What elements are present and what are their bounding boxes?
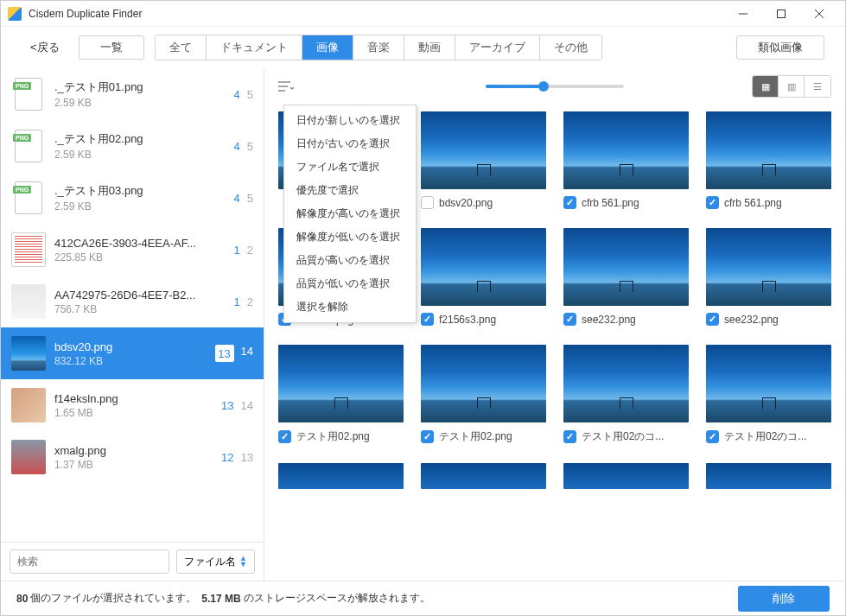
thumbnail-item[interactable]: f2156s3.png [421, 228, 546, 326]
select-menu-button[interactable] [278, 80, 294, 92]
total-count: 13 [241, 451, 253, 464]
file-size: 1.37 MB [54, 459, 213, 471]
menu-item[interactable]: 選択を解除 [284, 295, 416, 319]
thumbnail-item[interactable]: see232.png [706, 228, 831, 326]
thumbnail-item[interactable]: テスト用02のコ... [706, 345, 831, 444]
thumbnail-item[interactable]: テスト用02.png [278, 345, 404, 444]
thumbnail-image [421, 111, 546, 189]
thumbnail-item[interactable]: テスト用02のコ... [563, 345, 689, 444]
tab-2[interactable]: 画像 [302, 35, 353, 60]
file-size: 2.59 KB [54, 200, 226, 213]
selected-count: 4 [234, 88, 240, 101]
back-button[interactable]: <戻る [22, 35, 68, 60]
thumbnail-checkbox[interactable] [706, 196, 719, 209]
file-size: 2.59 KB [54, 97, 226, 109]
thumbnail-grid[interactable]: 日付が新しいのを選択日付が古いのを選択ファイル名で選択優先度で選択解像度が高いの… [264, 105, 845, 581]
tab-5[interactable]: アーカイブ [455, 35, 540, 60]
total-count: 5 [247, 192, 253, 205]
file-item[interactable]: ._テスト用01.png2.59 KB45 [1, 68, 264, 120]
tab-6[interactable]: その他 [540, 35, 601, 60]
file-item[interactable]: bdsv20.png832.12 KB1314 [1, 327, 264, 379]
tab-0[interactable]: 全て [156, 35, 207, 60]
thumbnail-label: テスト用02.png [439, 429, 512, 444]
file-item[interactable]: ._テスト用02.png2.59 KB45 [1, 120, 264, 172]
file-thumbnail [11, 77, 46, 111]
menu-item[interactable]: 日付が古いのを選択 [284, 132, 416, 156]
file-name: AA742975-26D6-4EE7-B2... [54, 289, 226, 302]
menu-item[interactable]: 解像度が高いのを選択 [284, 202, 416, 225]
view-list-button[interactable]: ☰ [805, 76, 830, 97]
total-count: 14 [241, 399, 253, 412]
thumbnail-image [563, 111, 689, 189]
sort-select[interactable]: ファイル名 ▲▼ [176, 549, 255, 574]
minimize-button[interactable] [724, 2, 762, 26]
menu-item[interactable]: 解像度が低いのを選択 [284, 225, 416, 249]
file-list[interactable]: ._テスト用01.png2.59 KB45._テスト用02.png2.59 KB… [1, 68, 264, 542]
file-size: 756.7 KB [54, 303, 226, 315]
file-name: f14eksln.png [54, 392, 213, 405]
menu-item[interactable]: ファイル名で選択 [284, 156, 416, 179]
thumbnail-checkbox[interactable] [563, 313, 576, 326]
tab-3[interactable]: 音楽 [353, 35, 404, 60]
overview-button[interactable]: 一覧 [79, 35, 144, 60]
similar-images-button[interactable]: 類似画像 [736, 35, 824, 60]
file-item[interactable]: 412CA26E-3903-4EEA-AF...225.85 KB12 [1, 224, 264, 276]
thumbnail-item[interactable]: cfrb 561.png [563, 111, 689, 209]
file-name: ._テスト用03.png [54, 183, 226, 199]
thumbnail-label: see232.png [724, 314, 779, 326]
thumbnail-item[interactable] [706, 463, 831, 489]
close-button[interactable] [800, 2, 838, 26]
footer: 80 個のファイルが選択されています。 5.17 MB のストレージスペースが解… [1, 581, 845, 615]
file-thumbnail [11, 284, 46, 319]
thumbnail-image [706, 345, 831, 422]
thumbnail-checkbox[interactable] [278, 430, 291, 443]
thumbnail-checkbox[interactable] [563, 196, 576, 209]
file-item[interactable]: ._テスト用03.png2.59 KB45 [1, 172, 264, 224]
view-columns-button[interactable]: ▥ [779, 76, 805, 97]
tab-1[interactable]: ドキュメント [207, 35, 302, 60]
thumbnail-item[interactable]: テスト用02.png [421, 345, 546, 444]
thumbnail-image [563, 228, 689, 306]
file-item[interactable]: xmalg.png1.37 MB1213 [1, 431, 264, 483]
menu-item[interactable]: 品質が高いのを選択 [284, 249, 416, 272]
selected-count: 13 [215, 345, 234, 362]
tab-4[interactable]: 動画 [404, 35, 455, 60]
menu-item[interactable]: 優先度で選択 [284, 179, 416, 202]
thumbnail-image [278, 463, 404, 489]
thumbnail-item[interactable]: cfrb 561.png [706, 111, 831, 209]
file-item[interactable]: AA742975-26D6-4EE7-B2...756.7 KB12 [1, 276, 264, 327]
freed-size: 5.17 MB [201, 593, 240, 605]
zoom-slider[interactable] [486, 85, 624, 88]
thumbnail-item[interactable] [421, 463, 546, 489]
delete-button[interactable]: 削除 [738, 586, 830, 612]
file-thumbnail [11, 232, 46, 267]
view-grid-button[interactable]: ▦ [753, 76, 779, 97]
thumbnail-item[interactable] [278, 463, 404, 489]
selected-count: 1 [234, 244, 240, 257]
thumbnail-checkbox[interactable] [421, 313, 434, 326]
thumbnail-image [563, 463, 689, 489]
thumbnail-checkbox[interactable] [706, 313, 719, 326]
content-panel: ▦ ▥ ☰ 日付が新しいのを選択日付が古いのを選択ファイル名で選択優先度で選択解… [264, 68, 845, 581]
thumbnail-checkbox[interactable] [706, 430, 719, 443]
file-item[interactable]: f14eksln.png1.65 MB1314 [1, 379, 264, 431]
total-count: 5 [247, 140, 253, 153]
search-input[interactable] [10, 549, 169, 574]
menu-item[interactable]: 品質が低いのを選択 [284, 272, 416, 295]
thumbnail-checkbox[interactable] [563, 430, 576, 443]
maximize-button[interactable] [762, 2, 800, 26]
thumbnail-label: テスト用02.png [296, 429, 370, 444]
thumbnail-item[interactable]: bdsv20.png [421, 111, 546, 209]
thumbnail-checkbox[interactable] [421, 430, 434, 443]
thumbnail-item[interactable]: see232.png [563, 228, 689, 326]
toolbar: <戻る 一覧 全てドキュメント画像音楽動画アーカイブその他 類似画像 [1, 27, 845, 68]
category-tabs: 全てドキュメント画像音楽動画アーカイブその他 [155, 35, 602, 60]
selected-count: 80 [16, 593, 28, 605]
sidebar: ._テスト用01.png2.59 KB45._テスト用02.png2.59 KB… [1, 68, 264, 581]
menu-item[interactable]: 日付が新しいのを選択 [284, 109, 416, 132]
thumbnail-label: bdsv20.png [439, 197, 493, 209]
app-title: Cisdem Duplicate Finder [29, 8, 724, 20]
thumbnail-item[interactable] [563, 463, 689, 489]
thumbnail-checkbox[interactable] [421, 196, 434, 209]
selected-count: 4 [234, 140, 240, 153]
